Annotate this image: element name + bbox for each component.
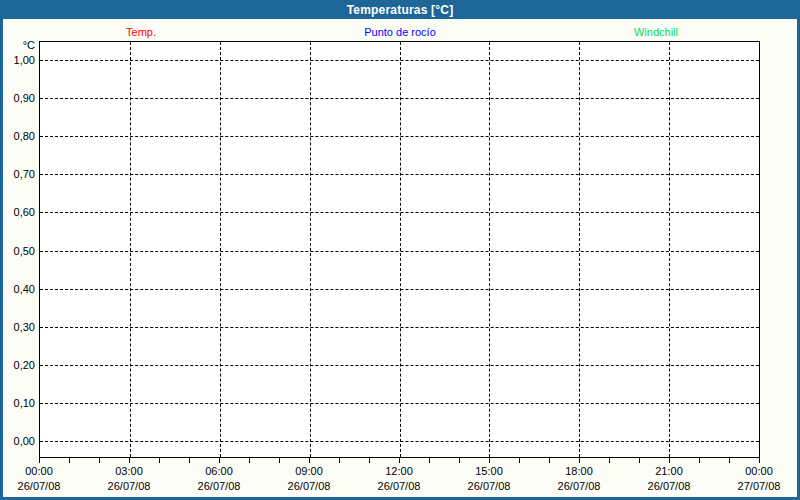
x-minor-tick — [429, 458, 430, 463]
y-tick-label: 1,00 — [3, 53, 35, 67]
x-minor-tick — [699, 458, 700, 463]
x-minor-tick — [249, 458, 250, 463]
y-tick-label: 0,50 — [3, 244, 35, 258]
x-gridline — [220, 42, 221, 457]
legend-item-1: Temp. — [126, 26, 156, 38]
x-minor-tick — [459, 458, 460, 463]
x-minor-tick — [339, 458, 340, 463]
y-tick-label: 0,60 — [3, 205, 35, 219]
x-minor-tick — [729, 458, 730, 463]
x-tick-time: 00:00 — [738, 465, 781, 478]
x-tick-time: 03:00 — [108, 465, 151, 478]
x-minor-tick — [39, 458, 40, 463]
legend-item-2: Punto de rocío — [364, 26, 436, 38]
x-tick-date: 26/07/08 — [288, 480, 331, 493]
x-tick-date: 26/07/08 — [378, 480, 421, 493]
x-minor-tick — [99, 458, 100, 463]
x-minor-tick — [759, 458, 760, 463]
x-tick-date: 26/07/08 — [108, 480, 151, 493]
x-minor-tick — [399, 458, 400, 463]
x-tick-time: 06:00 — [198, 465, 241, 478]
x-tick-label: 09:0026/07/08 — [288, 465, 331, 493]
x-minor-tick — [159, 458, 160, 463]
x-minor-tick — [69, 458, 70, 463]
x-tick-label: 12:0026/07/08 — [378, 465, 421, 493]
x-gridline — [400, 42, 401, 457]
x-gridline — [669, 42, 670, 457]
x-minor-tick — [579, 458, 580, 463]
y-tick-label: 0,00 — [3, 434, 35, 448]
x-tick-date: 27/07/08 — [738, 480, 781, 493]
x-gridline — [579, 42, 580, 457]
plot-area — [39, 41, 760, 458]
chart-content-area: Temp.Punto de rocíoWindchill °C 1,000,90… — [3, 19, 797, 497]
x-tick-time: 15:00 — [468, 465, 511, 478]
plot-grid — [40, 42, 759, 457]
x-minor-tick — [279, 458, 280, 463]
y-tick-label: 0,30 — [3, 320, 35, 334]
y-tick-label: 0,90 — [3, 91, 35, 105]
x-tick-label: 00:0027/07/08 — [738, 465, 781, 493]
x-minor-tick — [669, 458, 670, 463]
x-tick-label: 06:0026/07/08 — [198, 465, 241, 493]
x-tick-date: 26/07/08 — [198, 480, 241, 493]
x-tick-label: 21:0026/07/08 — [648, 465, 691, 493]
x-tick-label: 03:0026/07/08 — [108, 465, 151, 493]
x-tick-label: 15:0026/07/08 — [468, 465, 511, 493]
y-tick-label: 0,10 — [3, 396, 35, 410]
x-gridline — [310, 42, 311, 457]
x-tick-date: 26/07/08 — [18, 480, 61, 493]
x-tick-label: 00:0026/07/08 — [18, 465, 61, 493]
x-tick-date: 26/07/08 — [558, 480, 601, 493]
x-gridline — [130, 42, 131, 457]
y-tick-label: 0,70 — [3, 167, 35, 181]
x-minor-tick — [189, 458, 190, 463]
x-minor-tick — [639, 458, 640, 463]
chart-title-bar: Temperaturas [°C] — [0, 0, 800, 19]
x-minor-tick — [489, 458, 490, 463]
x-minor-tick — [219, 458, 220, 463]
x-tick-time: 12:00 — [378, 465, 421, 478]
legend-item-3: Windchill — [634, 26, 678, 38]
x-tick-time: 09:00 — [288, 465, 331, 478]
x-minor-tick — [549, 458, 550, 463]
x-gridline — [489, 42, 490, 457]
y-axis-unit-label: °C — [3, 38, 35, 52]
chart-title: Temperaturas [°C] — [347, 3, 454, 17]
x-tick-label: 18:0026/07/08 — [558, 465, 601, 493]
x-tick-date: 26/07/08 — [468, 480, 511, 493]
y-tick-label: 0,80 — [3, 129, 35, 143]
x-minor-tick — [309, 458, 310, 463]
x-minor-tick — [609, 458, 610, 463]
x-minor-tick — [369, 458, 370, 463]
x-tick-time: 21:00 — [648, 465, 691, 478]
y-tick-label: 0,40 — [3, 282, 35, 296]
y-tick-label: 0,20 — [3, 358, 35, 372]
x-tick-date: 26/07/08 — [648, 480, 691, 493]
x-minor-tick — [519, 458, 520, 463]
x-tick-time: 00:00 — [18, 465, 61, 478]
x-tick-time: 18:00 — [558, 465, 601, 478]
x-minor-tick — [129, 458, 130, 463]
